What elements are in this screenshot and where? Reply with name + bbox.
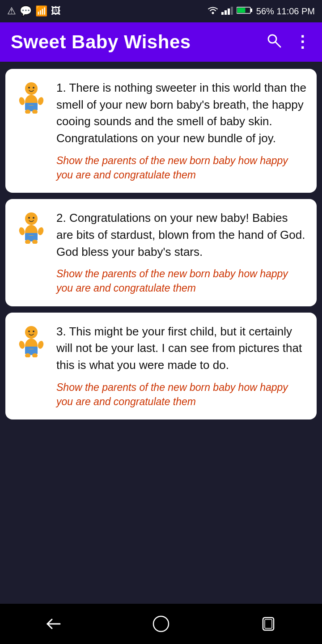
baby-icon-1 — [15, 80, 47, 115]
svg-rect-14 — [25, 103, 38, 105]
notification-icon: 🖼 — [51, 5, 61, 17]
svg-rect-4 — [231, 7, 233, 15]
svg-point-0 — [212, 12, 214, 14]
wish-card-3[interactable]: 3. This might be your first child, but i… — [5, 313, 317, 419]
battery-icon — [237, 6, 253, 17]
signal-bars-icon — [221, 7, 233, 16]
svg-point-37 — [153, 616, 169, 631]
wish-text-area-3: 3. This might be your first child, but i… — [56, 323, 307, 409]
svg-point-33 — [18, 340, 25, 349]
svg-rect-3 — [228, 8, 230, 15]
svg-rect-23 — [25, 233, 38, 235]
wish-subtitle-1: Show the parents of the new born baby ho… — [56, 153, 307, 182]
svg-point-24 — [18, 227, 25, 236]
recents-button[interactable] — [250, 610, 286, 637]
svg-point-12 — [33, 87, 34, 89]
wifi-icon — [208, 6, 218, 16]
svg-point-34 — [37, 340, 44, 349]
wish-card-2[interactable]: 2. Congratulations on your new baby! Bab… — [5, 199, 317, 306]
svg-point-28 — [25, 326, 38, 339]
status-right-info: 56% 11:06 PM — [208, 6, 315, 17]
svg-rect-1 — [221, 12, 224, 15]
wish-subtitle-2: Show the parents of the new born baby ho… — [56, 267, 307, 295]
warning-icon: ⚠ — [7, 5, 16, 17]
baby-icon-2 — [15, 210, 47, 246]
svg-point-11 — [28, 87, 30, 89]
svg-point-25 — [37, 227, 44, 236]
baby-icon-3 — [15, 323, 47, 359]
signal-icon: 📶 — [35, 5, 47, 17]
app-bar: Sweet Baby Wishes ⋮ — [0, 22, 322, 62]
back-button[interactable] — [36, 610, 72, 637]
wish-text-area-1: 1. There is nothing sweeter in this worl… — [56, 80, 307, 182]
home-button[interactable] — [143, 610, 179, 637]
status-bar: ⚠ 💬 📶 🖼 — [0, 0, 322, 22]
svg-point-15 — [18, 97, 25, 106]
whatsapp-icon: 💬 — [20, 5, 32, 17]
more-options-button[interactable]: ⋮ — [294, 34, 311, 50]
app-title: Sweet Baby Wishes — [11, 31, 191, 53]
status-left-icons: ⚠ 💬 📶 🖼 — [7, 5, 61, 17]
svg-line-9 — [275, 42, 280, 47]
wish-message-1: 1. There is nothing sweeter in this worl… — [56, 80, 307, 147]
svg-point-16 — [37, 97, 44, 106]
svg-point-10 — [25, 82, 38, 95]
svg-rect-2 — [225, 10, 227, 15]
app-bar-actions: ⋮ — [266, 32, 311, 52]
wish-card-1[interactable]: 1. There is nothing sweeter in this worl… — [5, 69, 317, 193]
svg-point-21 — [33, 217, 34, 219]
svg-point-20 — [28, 217, 30, 219]
svg-rect-32 — [25, 347, 38, 349]
wishes-list: 1. There is nothing sweeter in this worl… — [0, 62, 322, 604]
battery-percent: 56% 11:06 PM — [256, 6, 315, 17]
wish-text-area-2: 2. Congratulations on your new baby! Bab… — [56, 210, 307, 295]
wish-message-2: 2. Congratulations on your new baby! Bab… — [56, 210, 307, 260]
svg-rect-6 — [250, 8, 252, 12]
search-button[interactable] — [266, 32, 282, 52]
bottom-navigation — [0, 604, 322, 644]
svg-rect-7 — [237, 8, 245, 13]
svg-point-30 — [33, 330, 34, 332]
wish-message-3: 3. This might be your first child, but i… — [56, 323, 307, 374]
wish-subtitle-3: Show the parents of the new born baby ho… — [56, 380, 307, 409]
svg-point-29 — [28, 330, 30, 332]
svg-point-19 — [25, 212, 38, 225]
svg-rect-39 — [265, 619, 272, 628]
